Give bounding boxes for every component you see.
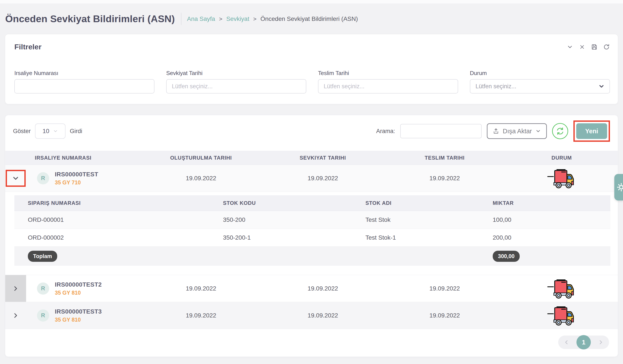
refresh-table-button[interactable] — [552, 123, 568, 139]
refresh-filters-icon[interactable] — [603, 43, 610, 50]
detail-column-siparis: SIPARIŞ NUMARASI — [14, 200, 214, 206]
sevkiyat-tarihi-input[interactable] — [166, 79, 306, 93]
chevron-down-icon — [535, 128, 541, 134]
shipment-date: 19.09.2022 — [262, 285, 384, 292]
irsaliye-numarasi-input[interactable] — [14, 79, 155, 93]
previous-page-button[interactable] — [563, 339, 570, 345]
export-icon — [493, 128, 499, 134]
stock-code: 350-200 — [214, 216, 357, 223]
durum-select-value: Lütfen seçiniz... — [475, 83, 516, 90]
chevron-right-icon — [597, 339, 604, 345]
vehicle-plate: 35 GY 810 — [55, 317, 102, 323]
table-header-row: IRSALIYE NUMARASI OLUŞTURULMA TARIHI SEV… — [5, 151, 618, 165]
detail-column-miktar: MIKTAR — [484, 200, 610, 206]
shipment-date: 19.09.2022 — [262, 312, 384, 319]
asn-list-page: Önceden Sevkiyat Bildirimleri (ASN) Ana … — [0, 0, 623, 364]
avatar: R — [37, 309, 49, 321]
title-divider — [181, 13, 181, 25]
vehicle-plate: 35 GY 710 — [55, 179, 98, 186]
breadcrumb-current: Önceden Sevkiyat Bildirimleri (ASN) — [260, 15, 358, 22]
next-page-button[interactable] — [597, 339, 604, 345]
export-button[interactable]: Dışa Aktar — [487, 123, 547, 139]
column-header-olusturulma[interactable]: OLUŞTURULMA TARIHI — [140, 155, 262, 161]
irsaliye-no: IRS00000TEST — [55, 171, 98, 178]
stock-name: Test Stok — [357, 216, 484, 223]
page-header: Önceden Sevkiyat Bildirimleri (ASN) Ana … — [0, 3, 623, 34]
avatar: R — [37, 172, 49, 184]
pagination: 1 — [5, 329, 618, 349]
column-header-sevkiyat[interactable]: SEVKIYAT TARIHI — [262, 155, 384, 161]
expand-row-button[interactable] — [5, 302, 26, 329]
table-toolbar: Göster 10 Girdi Arama: Dışa Aktar — [5, 123, 618, 139]
column-header-irsaliye[interactable]: IRSALIYE NUMARASI — [26, 155, 140, 161]
quantity: 100,00 — [484, 216, 610, 223]
durum-select[interactable]: Lütfen seçiniz... — [470, 79, 610, 93]
teslim-tarihi-input[interactable] — [318, 79, 458, 93]
top-strip — [0, 0, 623, 3]
filter-field-sevkiyat-tarihi: Sevkiyat Tarihi — [166, 70, 306, 93]
chevron-right-icon — [12, 285, 19, 292]
detail-column-stok-adi: STOK ADI — [357, 200, 484, 206]
asn-table-card: Göster 10 Girdi Arama: Dışa Aktar — [5, 115, 618, 357]
table-row: R IRS00000TEST2 35 GY 810 19.09.2022 19.… — [5, 275, 618, 302]
filters-card: Filtreler Irsaliye Numarası — [5, 34, 618, 104]
filter-field-teslim-tarihi: Teslim Tarihi — [318, 70, 458, 93]
detail-total-row: Toplam 300,00 — [14, 247, 610, 266]
irsaliye-no: IRS00000TEST2 — [55, 281, 102, 288]
detail-header-row: SIPARIŞ NUMARASI STOK KODU STOK ADI MIKT… — [14, 195, 610, 211]
breadcrumb-sevkiyat-link[interactable]: Sevkiyat — [226, 15, 249, 22]
chevron-down-icon — [53, 128, 58, 134]
settings-flyout-button[interactable] — [614, 174, 623, 200]
column-header-teslim[interactable]: TESLIM TARIHI — [384, 155, 506, 161]
created-date: 19.09.2022 — [140, 285, 262, 292]
delivery-date: 19.09.2022 — [384, 175, 506, 182]
chevron-down-icon — [598, 83, 605, 90]
refresh-icon — [556, 127, 564, 135]
quantity: 200,00 — [484, 234, 610, 241]
stock-code: 350-200-1 — [214, 234, 357, 241]
truck-icon — [547, 305, 576, 325]
gear-icon — [616, 182, 623, 192]
clear-filters-icon[interactable] — [579, 43, 586, 50]
search-input[interactable] — [400, 124, 482, 138]
breadcrumb-separator: > — [253, 16, 256, 22]
shipment-date: 19.09.2022 — [262, 175, 384, 182]
delivery-date: 19.09.2022 — [384, 312, 506, 319]
expand-row-button[interactable] — [5, 165, 26, 192]
field-label: Sevkiyat Tarihi — [166, 70, 306, 77]
field-label: Irsaliye Numarası — [14, 70, 155, 77]
chevron-right-icon — [12, 312, 19, 319]
created-date: 19.09.2022 — [140, 175, 262, 182]
filter-fields: Irsaliye Numarası Sevkiyat Tarihi Teslim… — [14, 70, 610, 93]
chevron-down-icon — [12, 174, 20, 182]
column-header-durum[interactable]: DURUM — [506, 155, 618, 161]
expander-annotation-box — [6, 170, 26, 187]
expand-row-button[interactable] — [5, 275, 26, 302]
filters-actions — [566, 43, 610, 50]
new-button-annotation: Yeni — [573, 120, 610, 142]
truck-icon — [547, 278, 576, 299]
avatar: R — [37, 282, 49, 295]
breadcrumb-separator: > — [219, 16, 222, 22]
order-no: ORD-000001 — [14, 216, 214, 223]
row-detail-panel: SIPARIŞ NUMARASI STOK KODU STOK ADI MIKT… — [5, 192, 618, 275]
page-length-select[interactable]: 10 — [35, 124, 66, 139]
field-label: Teslim Tarihi — [318, 70, 458, 77]
current-page-button[interactable]: 1 — [577, 335, 591, 349]
page-length-label: Göster — [13, 128, 31, 135]
breadcrumb: Ana Sayfa > Sevkiyat > Önceden Sevkiyat … — [187, 15, 358, 22]
vehicle-plate: 35 GY 810 — [55, 290, 102, 296]
order-no: ORD-000002 — [14, 234, 214, 241]
stock-name: Test Stok-1 — [357, 234, 484, 241]
table-row: R IRS00000TEST 35 GY 710 19.09.2022 19.0… — [5, 165, 618, 192]
save-filter-icon[interactable] — [591, 43, 598, 50]
field-label: Durum — [470, 70, 610, 77]
table-row: R IRS00000TEST3 35 GY 810 19.09.2022 19.… — [5, 302, 618, 329]
delivery-date: 19.09.2022 — [384, 285, 506, 292]
new-button[interactable]: Yeni — [576, 123, 607, 139]
chevron-left-icon — [563, 339, 570, 345]
export-label: Dışa Aktar — [503, 128, 532, 135]
page-length-value: 10 — [43, 128, 49, 135]
collapse-chevron-icon[interactable] — [566, 43, 573, 50]
breadcrumb-home-link[interactable]: Ana Sayfa — [187, 15, 215, 22]
